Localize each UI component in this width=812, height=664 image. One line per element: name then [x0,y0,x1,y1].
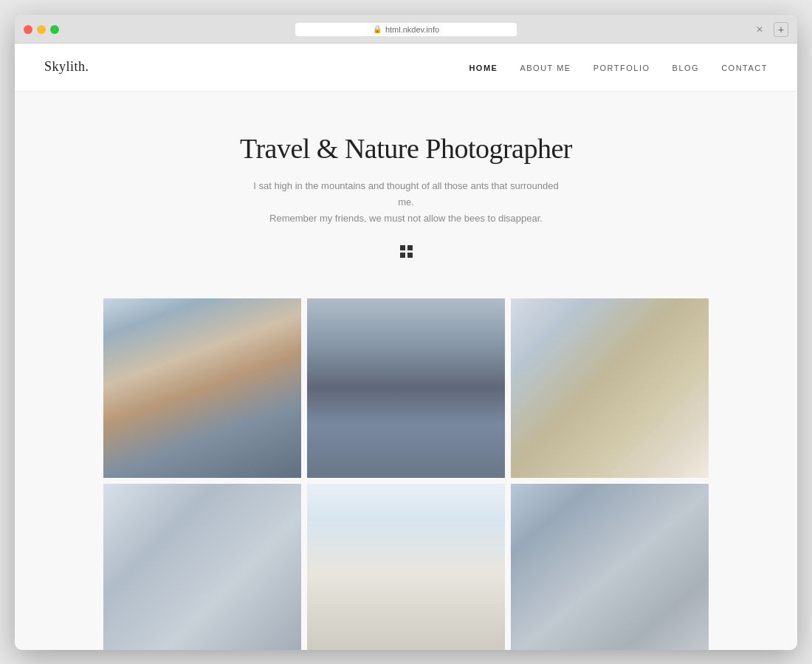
nav-links: HOME ABOUT ME PORTFOLIO BLOG CONTACT [469,61,768,74]
grid-dot [407,245,413,250]
site-logo[interactable]: Skylith. [44,59,89,75]
hero-subtitle-line1: I sat high in the mountains and thought … [253,180,558,208]
lock-icon: 🔒 [373,25,382,33]
nav-link-about[interactable]: ABOUT ME [520,64,571,72]
browser-window: 🔒 html.nkdev.info ✕ + Skylith. HOME ABOU… [15,15,797,650]
url-bar[interactable]: 🔒 html.nkdev.info [295,23,517,36]
grid-item-5[interactable] [307,484,505,649]
grid-toggle-icon[interactable] [399,245,413,258]
nav-link-portfolio[interactable]: PORTFOLIO [593,64,650,72]
grid-dot [407,253,413,258]
nav-item-portfolio[interactable]: PORTFOLIO [593,61,650,74]
grid-item-2[interactable] [307,298,505,479]
grid-item-6[interactable] [511,484,709,649]
address-bar: 🔒 html.nkdev.info [66,23,746,36]
hero-section: Travel & Nature Photographer I sat high … [15,92,797,284]
navbar: Skylith. HOME ABOUT ME PORTFOLIO BLOG CO… [15,44,797,92]
grid-row-1 [103,298,709,479]
photo-grid [15,284,797,650]
grid-item-3[interactable] [511,298,709,479]
nav-link-blog[interactable]: BLOG [672,64,700,72]
grid-dot [400,245,405,250]
browser-chrome: 🔒 html.nkdev.info ✕ + [15,15,797,44]
maximize-button[interactable] [50,25,59,34]
tab-close-button[interactable]: ✕ [753,23,766,36]
minimize-button[interactable] [37,25,46,34]
hero-subtitle: I sat high in the mountains and thought … [251,178,561,227]
traffic-lights [24,25,59,34]
grid-dot [400,253,405,258]
close-button[interactable] [24,25,32,34]
hero-title: Travel & Nature Photographer [44,132,768,165]
nav-link-contact[interactable]: CONTACT [721,64,768,72]
grid-row-2 [103,484,709,649]
nav-item-about[interactable]: ABOUT ME [520,61,571,74]
nav-item-home[interactable]: HOME [469,61,498,74]
grid-item-1[interactable] [103,298,301,479]
page-content: Skylith. HOME ABOUT ME PORTFOLIO BLOG CO… [15,44,797,650]
url-text: html.nkdev.info [385,25,439,34]
nav-link-home[interactable]: HOME [469,64,498,72]
grid-item-4[interactable] [103,484,301,649]
hero-subtitle-line2: Remember my friends, we must not allow t… [269,213,543,224]
nav-item-contact[interactable]: CONTACT [721,61,768,74]
new-tab-button[interactable]: + [774,22,788,37]
nav-item-blog[interactable]: BLOG [672,61,700,74]
